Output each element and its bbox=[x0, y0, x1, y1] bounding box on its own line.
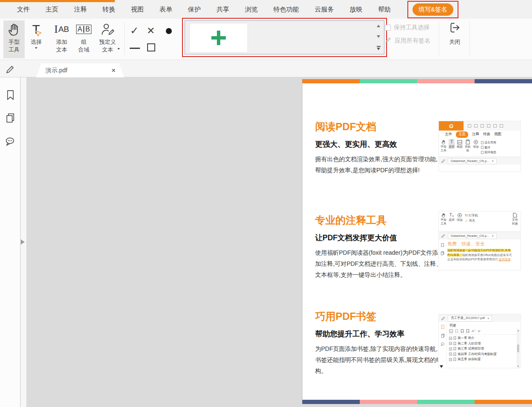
mini-pencil-icon bbox=[441, 316, 446, 321]
mini-zoom-tool: 缩放 bbox=[473, 139, 479, 149]
mini-select-tool: T选择 bbox=[449, 139, 455, 149]
gallery-up-button[interactable] bbox=[377, 25, 380, 27]
mini-doc-heading: 免费、快速、安全 bbox=[447, 241, 520, 247]
bookmark-item: +第四章 工作时间与考勤制度 bbox=[449, 352, 521, 356]
mini-scrollbar: ▲▼ bbox=[517, 329, 520, 368]
gallery-down-button[interactable] bbox=[377, 35, 380, 38]
menu-present[interactable]: 放映 bbox=[350, 6, 362, 14]
add-text-label: 添加 文本 bbox=[56, 38, 67, 53]
mini-convert-tool: 文件 转换 bbox=[512, 212, 518, 226]
mini-sidebar bbox=[439, 322, 447, 368]
mini-doc-text: 福昕阅读器采用Office风格的选项卡式 bbox=[462, 253, 512, 256]
predefined-text-button[interactable]: 预定义 文本 bbox=[95, 20, 120, 53]
section-bookmarks: 巧用PDF书签 帮助您提升工作、学习效率 为PDF页面添加书签,除了实现内容的快… bbox=[315, 310, 442, 377]
apply-all-signatures-option[interactable]: 应用所有签名 bbox=[385, 37, 430, 45]
select-tool-label: 选择 bbox=[31, 38, 42, 46]
mini-clipboard-tool: 剪贴 板 bbox=[465, 139, 471, 153]
stamp-cross-button[interactable]: ✕ bbox=[147, 25, 155, 37]
close-label: 关闭 bbox=[449, 38, 460, 46]
screenshot-bookmark-panel: 员工手册_20120917.pdf× 书签 ≡ A⁺A⁻ bbox=[438, 314, 521, 368]
add-text-icon: IAB bbox=[54, 20, 69, 38]
mini-menu-view: 视图 bbox=[494, 132, 501, 137]
create-signature-button[interactable] bbox=[189, 23, 248, 53]
bookmarks-panel-icon[interactable] bbox=[5, 89, 16, 101]
annotation-rect-signature-gallery bbox=[182, 18, 387, 57]
mini-scroll-down bbox=[440, 365, 443, 368]
document-tab[interactable]: 演示.pdf × bbox=[36, 63, 124, 77]
mini-hand-tool: 手型 工具 bbox=[441, 139, 447, 153]
menu-form[interactable]: 表单 bbox=[159, 6, 172, 14]
bookmark-item: +第二章 入职管理 bbox=[449, 342, 521, 346]
mini-select-tool: T₀选择 bbox=[449, 212, 455, 222]
predefined-text-label: 预定义 文本 bbox=[100, 38, 116, 53]
stamp-check-button[interactable]: ✓ bbox=[130, 25, 139, 37]
stamp-dot-button[interactable] bbox=[166, 28, 172, 34]
pages-panel-icon[interactable] bbox=[5, 112, 16, 124]
bookmark-item: +第五章 休假制度 bbox=[449, 357, 521, 361]
menu-convert[interactable]: 转换 bbox=[102, 6, 115, 14]
apply-all-signatures-label: 应用所有签名 bbox=[395, 37, 430, 45]
bookmark-item: +第三章 试用期管理 bbox=[449, 347, 521, 351]
pen-icon bbox=[385, 37, 392, 45]
annotation-rect-fill-sign: 填写&签名 bbox=[407, 1, 458, 18]
gallery-more-button[interactable] bbox=[377, 46, 381, 50]
menu-view[interactable]: 视图 bbox=[131, 6, 144, 14]
mini-tab-title: 员工手册_20120917.pdf bbox=[451, 316, 485, 320]
mini-menu-file: 文件 bbox=[445, 132, 452, 137]
hand-tool-button[interactable]: 手型 工具 bbox=[3, 20, 25, 58]
keep-tool-option[interactable]: 保持工具选择 bbox=[385, 24, 430, 31]
menu-share[interactable]: 共享 bbox=[216, 6, 229, 14]
pencil-icon[interactable] bbox=[5, 64, 15, 76]
mini-doc-text: 企业和政府机构的PDF查看需求而设计, bbox=[447, 258, 499, 261]
menu-comment[interactable]: 注释 bbox=[74, 6, 87, 14]
section-title: 巧用PDF书签 bbox=[315, 310, 442, 323]
stamp-square-button[interactable] bbox=[147, 43, 155, 51]
add-text-button[interactable]: IAB 添加 文本 bbox=[51, 20, 72, 53]
section-title: 专业的注释工具 bbox=[315, 213, 442, 227]
keep-tool-checkbox[interactable] bbox=[385, 25, 391, 31]
menu-protect[interactable]: 保护 bbox=[188, 6, 201, 14]
panel-expand-handle[interactable] bbox=[21, 239, 25, 245]
section-annotation-tools: 专业的注释工具 让PDF文档发挥更大价值 使用福昕PDF阅读器(foxit re… bbox=[315, 213, 442, 281]
mini-hand-tool: 手型 工具 bbox=[441, 212, 447, 226]
ribbon-toolbar: 手型 工具 T 选择 IAB 添加 文本 AB 组 合域 预定义 文本 ✓ ✕ bbox=[0, 19, 532, 60]
mini-zoom-tool: 缩放 bbox=[457, 212, 463, 222]
menu-features[interactable]: 特色功能 bbox=[273, 6, 299, 14]
mini-menu-convert: 转换 bbox=[483, 132, 490, 137]
foxit-logo: G bbox=[439, 121, 464, 131]
pdf-page: 阅读PDF文档 更强大、更实用、更高效 拥有出色的文档渲染效果,强大的页面管理功… bbox=[302, 79, 532, 404]
mini-tab-title: Datasheet_Reader_CN.p... bbox=[451, 159, 489, 163]
window-icons bbox=[468, 124, 503, 128]
section-subtitle: 帮助您提升工作、学习效率 bbox=[315, 329, 442, 339]
document-tab-title: 演示.pdf bbox=[46, 67, 111, 74]
section-title: 阅读PDF文档 bbox=[315, 120, 442, 134]
hand-tool-label: 手型 工具 bbox=[9, 38, 20, 53]
combine-field-button[interactable]: AB 组 合域 bbox=[73, 20, 94, 53]
mini-menu-comment: 注释 bbox=[472, 132, 479, 137]
menu-file[interactable]: 文件 bbox=[17, 6, 30, 14]
comments-panel-icon[interactable] bbox=[5, 136, 16, 148]
page-top-stripe bbox=[302, 79, 532, 83]
chevron-down-icon bbox=[35, 47, 37, 49]
combine-field-icon: AB bbox=[76, 20, 92, 38]
section-subtitle: 更强大、更实用、更高效 bbox=[315, 139, 442, 149]
menu-help[interactable]: 帮助 bbox=[378, 6, 391, 14]
section-body: 为PDF页面添加书签,除了实现内容的快速导航,书签还能指明不同书签的层级关系,展… bbox=[315, 344, 442, 377]
close-fill-sign-button[interactable]: 关闭 bbox=[442, 21, 467, 46]
separator bbox=[439, 22, 439, 55]
menu-cloud[interactable]: 云服务 bbox=[315, 6, 334, 14]
mini-pencil-icon bbox=[441, 233, 446, 238]
mini-menu-home: 主页 bbox=[456, 131, 468, 138]
signature-gallery bbox=[185, 20, 384, 54]
close-tab-icon[interactable]: × bbox=[111, 66, 116, 75]
stamp-line-button[interactable] bbox=[130, 48, 140, 49]
plus-icon bbox=[211, 31, 226, 45]
separator bbox=[469, 22, 470, 55]
menu-browse[interactable]: 浏览 bbox=[245, 6, 258, 14]
menu-bar: 文件 主页 注释 转换 视图 表单 保护 共享 浏览 特色功能 云服务 放映 帮… bbox=[0, 0, 532, 19]
select-tool-button[interactable]: T 选择 bbox=[26, 20, 47, 49]
highlighted-text: 福昕阅读器是一款功能强大的PDF阅读软件,具有 bbox=[447, 249, 511, 252]
menu-fill-sign-tab[interactable]: 填写&签名 bbox=[413, 3, 453, 16]
menu-home[interactable]: 主页 bbox=[46, 6, 58, 14]
keep-tool-label: 保持工具选择 bbox=[394, 24, 430, 31]
